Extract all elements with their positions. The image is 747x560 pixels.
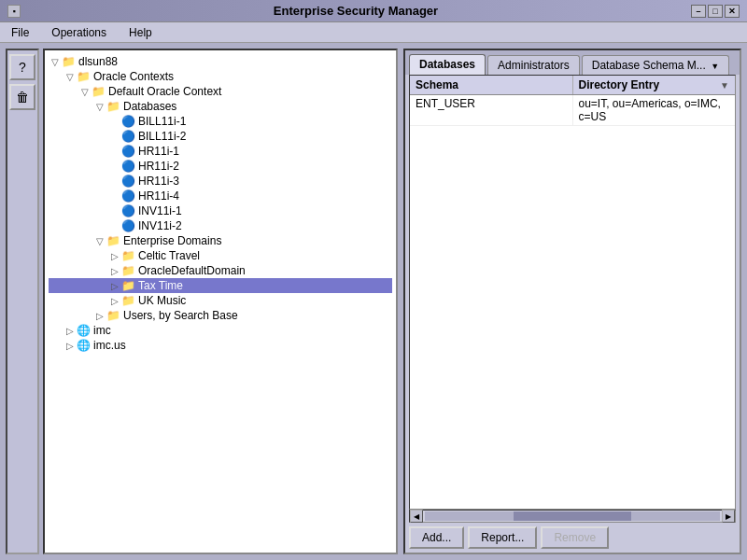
add-button[interactable]: Add...	[409, 526, 464, 549]
main-content: ? 🗑 ▽ 📁 dlsun88 ▽ 📁 Oracle Contexts	[0, 43, 747, 560]
label-bill11i-2: BILL11i-2	[138, 130, 392, 143]
expander-inv11i-2[interactable]	[108, 219, 121, 232]
menu-bar: File Operations Help	[0, 22, 747, 43]
label-hr11i-1: HR11i-1	[138, 145, 392, 158]
expander-oracle-contexts[interactable]: ▽	[63, 70, 77, 83]
label-bill11i-1: BILL11i-1	[138, 115, 392, 128]
icon-folder-celtic-travel: 📁	[121, 249, 135, 262]
cell-schema: ENT_USER	[410, 95, 573, 125]
tree-node-imc-us[interactable]: ▷ 🌐 imc.us	[49, 338, 392, 353]
label-inv11i-2: INV11i-2	[138, 219, 392, 232]
maximize-btn[interactable]: □	[708, 5, 723, 18]
tree-panel[interactable]: ▽ 📁 dlsun88 ▽ 📁 Oracle Contexts ▽ 📁 Defa…	[43, 49, 398, 554]
icon-globe-imc: 🌐	[77, 324, 91, 337]
icon-db-hr11i-4: 🔵	[121, 189, 135, 203]
tree-node-tax-time[interactable]: ▷ 📁 Tax Time	[49, 278, 392, 293]
tree-node-hr11i-1[interactable]: 🔵 HR11i-1	[49, 144, 392, 159]
expander-enterprise-domains[interactable]: ▽	[93, 234, 106, 247]
tree-node-bill11i-1[interactable]: 🔵 BILL11i-1	[49, 114, 392, 129]
label-celtic-travel: Celtic Travel	[138, 249, 392, 262]
tree-node-bill11i-2[interactable]: 🔵 BILL11i-2	[49, 129, 392, 144]
expander-imc[interactable]: ▷	[63, 324, 77, 337]
close-btn[interactable]: ✕	[725, 5, 740, 18]
tree-node-default-oracle-context[interactable]: ▽ 📁 Default Oracle Context	[49, 84, 392, 99]
label-dlsun88: dlsun88	[78, 55, 392, 68]
tree-node-hr11i-4[interactable]: 🔵 HR11i-4	[49, 189, 392, 203]
header-schema[interactable]: Schema	[410, 76, 573, 94]
table-row[interactable]: ENT_USER ou=IT, ou=Americas, o=IMC, c=US	[410, 95, 735, 126]
action-buttons: Add... Report... Remove	[405, 523, 740, 553]
icon-db-hr11i-1: 🔵	[121, 145, 135, 158]
icon-db-inv11i-1: 🔵	[121, 204, 135, 217]
tree-node-celtic-travel[interactable]: ▷ 📁 Celtic Travel	[49, 248, 392, 263]
icon-folder-dlsun88: 📁	[62, 55, 76, 68]
tree-node-dlsun88[interactable]: ▽ 📁 dlsun88	[49, 54, 392, 69]
tree-node-inv11i-2[interactable]: 🔵 INV11i-2	[49, 218, 392, 233]
icon-folder-databases: 📁	[106, 100, 120, 113]
tree-node-users-search-base[interactable]: ▷ 📁 Users, by Search Base	[49, 308, 392, 323]
icon-db-hr11i-3: 🔵	[121, 175, 135, 188]
right-panel: Databases Administrators Database Schema…	[403, 49, 741, 554]
sort-icon: ▼	[711, 62, 719, 71]
tree-node-hr11i-3[interactable]: 🔵 HR11i-3	[49, 174, 392, 189]
tree-node-inv11i-1[interactable]: 🔵 INV11i-1	[49, 203, 392, 218]
expander-bill11i-1[interactable]	[108, 115, 121, 128]
header-directory-entry: Directory Entry ▼	[573, 76, 736, 94]
menu-help[interactable]: Help	[125, 25, 156, 40]
tree-node-hr11i-2[interactable]: 🔵 HR11i-2	[49, 159, 392, 174]
expander-tax-time[interactable]: ▷	[108, 279, 121, 292]
tab-database-schema[interactable]: Database Schema M... ▼	[582, 55, 729, 75]
system-menu-btn[interactable]: ▪	[7, 5, 21, 18]
table-header: Schema Directory Entry ▼	[410, 76, 735, 95]
icon-db-bill11i-2: 🔵	[121, 130, 135, 143]
tree-node-enterprise-domains[interactable]: ▽ 📁 Enterprise Domains	[49, 233, 392, 248]
expander-inv11i-1[interactable]	[108, 204, 121, 217]
label-tax-time: Tax Time	[138, 279, 392, 292]
scroll-track[interactable]	[425, 511, 720, 521]
expander-databases[interactable]: ▽	[93, 100, 106, 113]
scroll-left-btn[interactable]: ◀	[410, 510, 423, 523]
report-button[interactable]: Report...	[468, 526, 537, 549]
horizontal-scrollbar[interactable]: ◀ ▶	[409, 510, 736, 523]
expander-hr11i-4[interactable]	[108, 189, 121, 203]
label-hr11i-2: HR11i-2	[138, 160, 392, 173]
expander-imc-us[interactable]: ▷	[63, 339, 77, 352]
expander-hr11i-1[interactable]	[108, 145, 121, 158]
label-inv11i-1: INV11i-1	[138, 204, 392, 217]
sort-desc-icon[interactable]: ▼	[720, 80, 729, 91]
databases-table[interactable]: Schema Directory Entry ▼ ENT_USER ou=IT,…	[409, 75, 736, 510]
expander-oracledefaultdomain[interactable]: ▷	[108, 264, 121, 277]
tree-node-databases[interactable]: ▽ 📁 Databases	[49, 99, 392, 114]
scroll-thumb[interactable]	[514, 511, 631, 521]
label-imc-us: imc.us	[93, 339, 392, 352]
icon-db-bill11i-1: 🔵	[121, 115, 135, 128]
tree-node-oracle-contexts[interactable]: ▽ 📁 Oracle Contexts	[49, 69, 392, 84]
icon-folder-default-oracle-context: 📁	[92, 85, 106, 98]
expander-bill11i-2[interactable]	[108, 130, 121, 143]
tab-databases[interactable]: Databases	[409, 54, 486, 75]
tree-node-oracledefaultdomain[interactable]: ▷ 📁 OracleDefaultDomain	[49, 263, 392, 278]
expander-uk-music[interactable]: ▷	[108, 294, 121, 307]
expander-dlsun88[interactable]: ▽	[49, 55, 62, 68]
minimize-btn[interactable]: –	[691, 5, 706, 18]
delete-toolbar-btn[interactable]: 🗑	[9, 84, 35, 110]
menu-file[interactable]: File	[7, 25, 33, 40]
icon-folder-users-search-base: 📁	[106, 309, 120, 322]
scroll-right-btn[interactable]: ▶	[722, 510, 735, 523]
icon-folder-uk-music: 📁	[121, 294, 135, 307]
tree-node-uk-music[interactable]: ▷ 📁 UK Music	[49, 293, 392, 308]
label-imc: imc	[93, 324, 392, 337]
tree-node-imc[interactable]: ▷ 🌐 imc	[49, 323, 392, 338]
help-toolbar-btn[interactable]: ?	[9, 54, 35, 80]
tab-administrators[interactable]: Administrators	[487, 55, 580, 75]
expander-default-oracle-context[interactable]: ▽	[78, 85, 92, 98]
menu-operations[interactable]: Operations	[48, 25, 110, 40]
expander-celtic-travel[interactable]: ▷	[108, 249, 121, 262]
remove-button[interactable]: Remove	[541, 526, 609, 549]
label-databases: Databases	[123, 100, 392, 113]
expander-users-search-base[interactable]: ▷	[93, 309, 106, 322]
expander-hr11i-2[interactable]	[108, 160, 121, 173]
tab-bar: Databases Administrators Database Schema…	[405, 50, 740, 75]
expander-hr11i-3[interactable]	[108, 175, 121, 188]
window-title: Enterprise Security Manager	[21, 4, 691, 18]
